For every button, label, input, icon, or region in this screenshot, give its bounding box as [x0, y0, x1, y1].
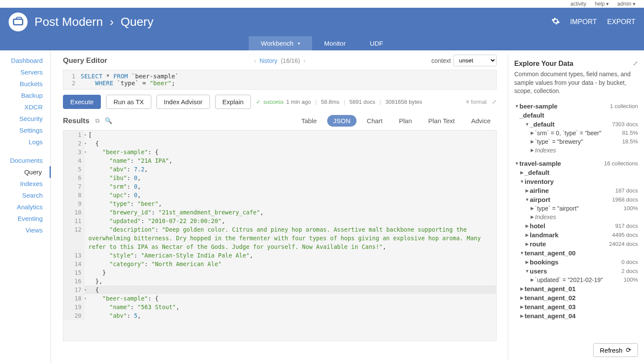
gear-icon[interactable] [551, 17, 560, 27]
top-utility-bar: activity help ▾ admin ▾ [0, 0, 644, 8]
status-docs: 5891 docs [350, 99, 375, 105]
status-bytes: 3081658 bytes [385, 99, 422, 105]
status-success: success [263, 99, 284, 105]
scope-ts-default[interactable]: ▶_default [514, 168, 638, 177]
editor-title: Query Editor [63, 56, 107, 65]
status-time-ago: 1 min ago [286, 99, 311, 105]
import-link[interactable]: IMPORT [570, 18, 597, 26]
view-tab-plan-text[interactable]: Plan Text [422, 115, 461, 127]
sidebar-item-backup[interactable]: Backup [0, 90, 50, 101]
explore-data-panel: Explore Your Data ⤢ Common document type… [508, 55, 644, 359]
section-tabs: Workbench▾ Monitor UDF [0, 36, 644, 50]
view-tab-table[interactable]: Table [295, 115, 323, 127]
bucket-beer-sample[interactable]: ▼beer-sample1 collection [514, 102, 638, 111]
explore-title: Explore Your Data [514, 60, 573, 68]
tab-udf[interactable]: UDF [358, 36, 395, 50]
collection-route[interactable]: ▶route24024 docs [514, 239, 638, 248]
bucket-travel-sample[interactable]: ▼travel-sample16 collections [514, 159, 638, 168]
scope-inventory[interactable]: ▼inventory [514, 177, 638, 186]
admin-dropdown[interactable]: admin ▾ [617, 1, 635, 7]
context-select[interactable]: unset [453, 55, 497, 66]
history-link[interactable]: history [259, 57, 277, 64]
breadcrumb-brand[interactable]: Post Modern [34, 15, 103, 28]
context-label: context [431, 57, 451, 64]
breadcrumb: Post Modern › Query [34, 15, 153, 29]
nav-sidebar: Dashboard Servers Buckets Backup XDCR Se… [0, 50, 51, 363]
sidebar-item-query[interactable]: Query [0, 166, 51, 178]
scope-tenant3[interactable]: ▶tenant_agent_03 [514, 302, 638, 311]
collection-airline[interactable]: ▶airline187 docs [514, 186, 638, 195]
format-link[interactable]: ≡ format [466, 99, 487, 105]
explore-description: Common document types, field names, and … [514, 70, 638, 96]
scope-tenant2[interactable]: ▶tenant_agent_02 [514, 293, 638, 302]
view-tab-chart[interactable]: Chart [361, 115, 389, 127]
collection-airport[interactable]: ▼airport1968 docs [514, 195, 638, 204]
explain-button[interactable]: Explain [215, 95, 251, 109]
collection-default[interactable]: ▼_default7303 docs [514, 120, 638, 129]
sidebar-item-logs[interactable]: Logs [0, 136, 50, 148]
index-advisor-button[interactable]: Index Advisor [156, 95, 210, 109]
sidebar-item-eventing[interactable]: Eventing [0, 213, 50, 224]
refresh-button[interactable]: Refresh ⟳ [593, 343, 638, 357]
expand-panel-icon[interactable]: ⤢ [633, 60, 638, 67]
sidebar-item-views[interactable]: Views [0, 224, 50, 236]
view-tab-advice[interactable]: Advice [465, 115, 497, 127]
flavor-airport[interactable]: ▶`type` = "airport"100% [514, 204, 638, 213]
status-elapsed: 58.8ms [321, 99, 340, 105]
flavor-brewery[interactable]: ▶`type` = "brewery"18.5% [514, 137, 638, 146]
view-tab-plan[interactable]: Plan [393, 115, 418, 127]
scope-default[interactable]: _default [514, 111, 638, 120]
sidebar-item-dashboard[interactable]: Dashboard [0, 55, 50, 66]
results-title: Results [63, 117, 89, 125]
scope-tenant0[interactable]: ▼tenant_agent_00 [514, 248, 638, 258]
run-as-tx-button[interactable]: Run as TX [106, 95, 151, 109]
activity-link[interactable]: activity [570, 1, 586, 7]
sidebar-item-settings[interactable]: Settings [0, 124, 50, 136]
view-tab-json[interactable]: JSON [327, 115, 356, 127]
collection-bookings[interactable]: ▶bookings0 docs [514, 258, 638, 267]
sidebar-item-indexes[interactable]: Indexes [0, 178, 50, 189]
history-pager: ‹ history (16/16) › [254, 57, 306, 64]
query-status: ✓ success 1 min ago | 58.8ms | 5891 docs… [256, 99, 422, 105]
collection-hotel[interactable]: ▶hotel917 docs [514, 221, 638, 230]
scope-tenant1[interactable]: ▶tenant_agent_01 [514, 284, 638, 293]
logo-icon [9, 12, 28, 31]
page-header: Post Modern › Query IMPORT EXPORT [0, 8, 644, 36]
check-icon: ✓ [256, 99, 261, 105]
chevron-down-icon: ▾ [298, 41, 300, 46]
history-count: (16/16) [281, 57, 300, 64]
copy-icon[interactable]: ⧉ [95, 117, 100, 124]
sidebar-item-xdcr[interactable]: XDCR [0, 101, 50, 113]
flavor-users[interactable]: ▶`updated` = "2021-02-19"100% [514, 276, 638, 284]
tab-monitor[interactable]: Monitor [312, 36, 358, 50]
chevron-right-icon: › [110, 15, 114, 28]
results-json-viewer[interactable]: 1▾[ 2▾ { 3▾ "beer-sample": { 4 "name": "… [63, 130, 497, 341]
scope-tenant4[interactable]: ▶tenant_agent_04 [514, 311, 638, 320]
sidebar-item-servers[interactable]: Servers [0, 66, 50, 78]
history-prev-icon[interactable]: ‹ [254, 57, 256, 64]
help-dropdown[interactable]: help ▾ [595, 1, 609, 7]
indexes-airport[interactable]: ▶Indexes [514, 213, 638, 221]
flavor-beer[interactable]: ▶`srm` = 0, `type` = "beer"81.5% [514, 129, 638, 137]
breadcrumb-section: Query [121, 15, 153, 28]
indexes-link[interactable]: ▶Indexes [514, 146, 638, 155]
refresh-icon: ⟳ [626, 346, 631, 354]
sidebar-item-security[interactable]: Security [0, 113, 50, 124]
tab-workbench[interactable]: Workbench▾ [249, 36, 312, 50]
collection-users[interactable]: ▼users2 docs [514, 267, 638, 276]
sidebar-item-documents[interactable]: Documents [0, 155, 50, 166]
expand-icon[interactable]: ⤢ [492, 99, 497, 105]
sidebar-item-search[interactable]: Search [0, 189, 50, 201]
collection-landmark[interactable]: ▶landmark4495 docs [514, 230, 638, 239]
execute-button[interactable]: Execute [63, 95, 101, 109]
query-editor[interactable]: 1SELECT * FROM `beer-sample` 2 WHERE `ty… [63, 70, 497, 90]
export-link[interactable]: EXPORT [607, 18, 636, 26]
history-next-icon[interactable]: › [303, 57, 306, 64]
sidebar-item-buckets[interactable]: Buckets [0, 78, 50, 90]
search-icon[interactable]: 🔍 [105, 117, 112, 124]
sidebar-item-analytics[interactable]: Analytics [0, 201, 50, 213]
